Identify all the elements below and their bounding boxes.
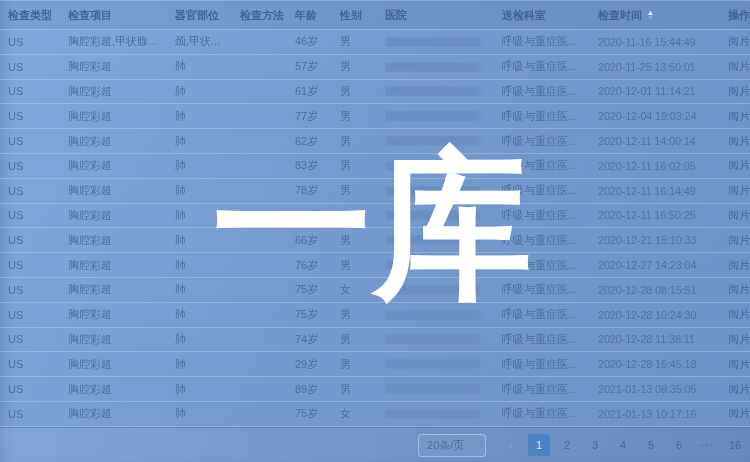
cell-exam-time: 2020-11-25 13:50:01 [598,61,728,73]
cell-action[interactable]: 阅片 [728,282,750,297]
view-images-link[interactable]: 阅片 [728,333,750,345]
cell-exam-type: US [8,110,68,122]
cell-organ: 肺 [175,357,240,372]
cell-action[interactable]: 阅片 [728,307,750,322]
view-images-link[interactable]: 阅片 [728,35,750,47]
cell-organ: 肺 [175,208,240,223]
view-images-link[interactable]: 阅片 [728,234,750,246]
cell-action[interactable]: 阅片 [728,183,750,198]
cell-action[interactable]: 阅片 [728,382,750,397]
table-row: US胸腔彩超肺75岁女呼吸与重症医...2021-01-13 10:17:16阅… [0,402,750,427]
cell-action[interactable]: 阅片 [728,134,750,149]
cell-gender: 男 [340,84,385,99]
page-button-6[interactable]: 6 [668,434,690,456]
view-images-link[interactable]: 阅片 [728,85,750,97]
view-images-link[interactable]: 阅片 [728,407,750,419]
cell-organ: 肺 [175,382,240,397]
col-exam-time-sortable[interactable]: 检查时间 ▲ ▼ [598,8,728,23]
cell-action[interactable]: 阅片 [728,84,750,99]
cell-gender: 男 [340,183,385,198]
cell-department: 呼吸与重症医... [502,183,598,198]
table-row: US胸腔彩超肺83岁男呼吸与重症医...2020-12-11 16:02:05阅… [0,154,750,179]
table-row: US胸腔彩超肺66岁男呼吸与重症医...2020-12-21 15:10:33阅… [0,228,750,253]
cell-exam-type: US [8,36,68,48]
view-images-link[interactable]: 阅片 [728,159,750,171]
cell-gender: 男 [340,109,385,124]
cell-organ: 肺 [175,84,240,99]
redacted-hospital-name [385,310,480,320]
cell-exam-type: US [8,333,68,345]
cell-hospital [385,384,502,394]
col-method-label: 检查方法 [240,8,284,23]
cell-gender: 男 [340,307,385,322]
page-button-16[interactable]: 16 [724,434,746,456]
cell-action[interactable]: 阅片 [728,158,750,173]
view-images-link[interactable]: 阅片 [728,259,750,271]
page-button-2[interactable]: 2 [556,434,578,456]
cell-department: 呼吸与重症医... [502,208,598,223]
cell-department: 呼吸与重症医... [502,109,598,124]
cell-age: 83岁 [295,158,340,173]
cell-exam-type: US [8,284,68,296]
view-images-link[interactable]: 阅片 [728,383,750,395]
cell-exam-time: 2020-12-11 16:14:49 [598,185,728,197]
cell-age: 76岁 [295,258,340,273]
page-button-1[interactable]: 1 [528,434,550,456]
cell-hospital [385,186,502,196]
cell-action[interactable]: 阅片 [728,109,750,124]
cell-department: 呼吸与重症医... [502,59,598,74]
cell-hospital [385,409,502,419]
col-organ: 器官部位 [175,8,240,23]
cell-exam-type: US [8,160,68,172]
view-images-link[interactable]: 阅片 [728,308,750,320]
cell-department: 呼吸与重症医... [502,382,598,397]
cell-action[interactable]: 阅片 [728,258,750,273]
cell-hospital [385,86,502,96]
page-size-select[interactable]: 20条/页 ∨ [418,434,486,457]
cell-age: 78岁 [295,183,340,198]
table-row: US胸腔彩超肺76岁男呼吸与重症医...2020-12-27 14:23:04阅… [0,253,750,278]
sorter-icon[interactable]: ▲ ▼ [647,10,654,20]
view-images-link[interactable]: 阅片 [728,110,750,122]
view-images-link[interactable]: 阅片 [728,135,750,147]
cell-action[interactable]: 阅片 [728,34,750,49]
cell-action[interactable]: 阅片 [728,332,750,347]
cell-hospital [385,37,502,47]
view-images-link[interactable]: 阅片 [728,358,750,370]
col-age-label: 年龄 [295,8,317,23]
cell-gender: 女 [340,282,385,297]
cell-hospital [385,285,502,295]
cell-gender: 女 [340,208,385,223]
cell-department: 呼吸与重症医... [502,134,598,149]
cell-exam-type: US [8,358,68,370]
page-button-4[interactable]: 4 [612,434,634,456]
cell-age: 66岁 [295,233,340,248]
view-images-link[interactable]: 阅片 [728,209,750,221]
cell-exam-item: 胸腔彩超 [68,109,175,124]
col-action-label: 操作 [728,8,750,23]
page-button-5[interactable]: 5 [640,434,662,456]
cell-exam-time: 2020-12-11 16:02:05 [598,160,728,172]
view-images-link[interactable]: 阅片 [728,283,750,295]
cell-exam-item: 胸腔彩超 [68,59,175,74]
cell-action[interactable]: 阅片 [728,233,750,248]
prev-page-button[interactable]: ‹ [500,434,522,456]
page-ellipsis[interactable]: ••• [696,434,718,456]
cell-department: 呼吸与重症医... [502,406,598,421]
cell-exam-type: US [8,383,68,395]
cell-exam-item: 胸腔彩超,甲状腺彩超 [68,34,175,49]
cell-exam-time: 2020-12-01 11:14:21 [598,85,728,97]
page-button-3[interactable]: 3 [584,434,606,456]
cell-action[interactable]: 阅片 [728,406,750,421]
cell-action[interactable]: 阅片 [728,357,750,372]
redacted-hospital-name [385,359,480,369]
cell-action[interactable]: 阅片 [728,59,750,74]
cell-exam-type: US [8,309,68,321]
cell-action[interactable]: 阅片 [728,208,750,223]
cell-exam-type: US [8,185,68,197]
redacted-hospital-name [385,161,480,171]
cell-exam-time: 2020-12-28 08:15:51 [598,284,728,296]
view-images-link[interactable]: 阅片 [728,184,750,196]
view-images-link[interactable]: 阅片 [728,60,750,72]
caret-down-icon: ▼ [646,15,654,20]
